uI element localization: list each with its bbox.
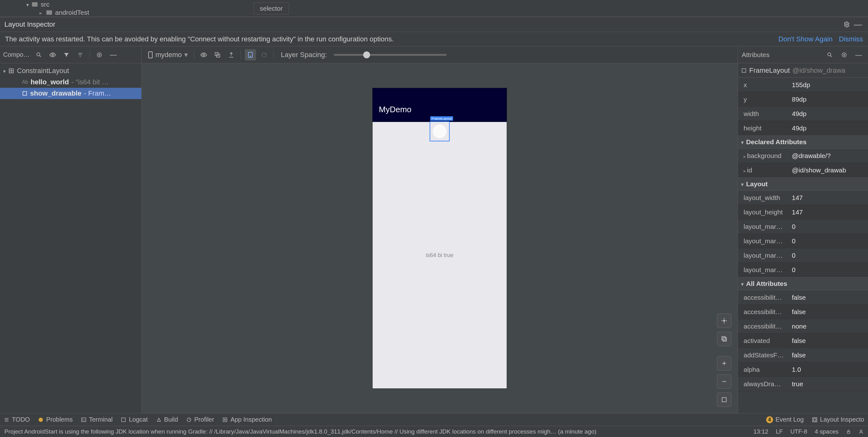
section-declared-attributes[interactable]: Declared Attributes <box>738 136 868 149</box>
tab-event-log[interactable]: 4Event Log <box>766 416 804 423</box>
attribute-row[interactable]: activatedfalse <box>738 333 868 348</box>
status-line-ending[interactable]: LF <box>776 428 783 435</box>
attr-value[interactable]: false <box>789 294 868 301</box>
attr-value[interactable]: 89dp <box>789 96 868 103</box>
attribute-row[interactable]: accessibilit…none <box>738 319 868 333</box>
attribute-row[interactable]: ▸background@drawable/? <box>738 149 868 163</box>
tab-problems[interactable]: Problems <box>38 416 72 423</box>
minimize-icon[interactable]: — <box>853 49 864 60</box>
attr-value[interactable]: 155dp <box>789 81 868 89</box>
attribute-row[interactable]: ▸id@id/show_drawab <box>738 163 868 177</box>
attr-value[interactable]: @drawable/? <box>789 152 868 159</box>
tab-layout-inspector[interactable]: Layout Inspecto <box>812 416 864 423</box>
tree-label[interactable]: androidTest <box>55 9 89 16</box>
export-icon[interactable] <box>226 49 237 60</box>
status-encoding[interactable]: UTF-8 <box>790 428 807 435</box>
layers-icon[interactable] <box>717 332 732 346</box>
section-all-attributes[interactable]: All Attributes <box>738 277 868 290</box>
search-icon[interactable] <box>824 49 835 60</box>
attribute-row[interactable]: x155dp <box>738 78 868 92</box>
component-tree[interactable]: ConstraintLayout Ab hello_world - "is64 … <box>0 63 141 413</box>
tab-app-inspection[interactable]: App Inspection <box>222 416 272 423</box>
attribute-row[interactable]: layout_height147 <box>738 205 868 220</box>
attribute-row[interactable]: layout_mar…0 <box>738 263 868 277</box>
zoom-fit-button[interactable] <box>717 392 732 407</box>
zoom-in-button[interactable]: + <box>717 356 732 371</box>
attribute-row[interactable]: layout_mar…0 <box>738 248 868 263</box>
filter-icon[interactable] <box>61 49 72 60</box>
minimize-icon[interactable]: — <box>852 19 864 30</box>
tree-row-hello-world[interactable]: Ab hello_world - "is64 bit … <box>0 77 141 88</box>
status-message: Project AndroidStart is using the follow… <box>4 428 596 435</box>
attr-value[interactable]: false <box>789 308 868 316</box>
attr-value[interactable]: false <box>789 337 868 345</box>
attribute-row[interactable]: alwaysDra…true <box>738 377 868 391</box>
attr-value[interactable]: 0 <box>789 237 868 245</box>
tree-node-label: ConstraintLayout <box>17 67 69 75</box>
attr-value[interactable]: none <box>789 323 868 330</box>
refresh-icon[interactable] <box>258 49 270 60</box>
attribute-row[interactable]: layout_width147 <box>738 191 868 205</box>
gear-icon[interactable] <box>841 19 852 30</box>
attribute-row[interactable]: layout_mar…0 <box>738 220 868 234</box>
tree-row-show-drawable[interactable]: show_drawable - Fram… <box>0 88 141 99</box>
attr-value[interactable]: 0 <box>789 266 868 274</box>
layer-spacing-slider[interactable] <box>334 54 446 56</box>
section-layout[interactable]: Layout <box>738 177 868 191</box>
svg-point-24 <box>39 417 43 422</box>
attribute-row[interactable]: height49dp <box>738 121 868 136</box>
filter2-icon[interactable] <box>74 49 86 60</box>
chevron-down-icon[interactable] <box>3 67 6 75</box>
attribute-row[interactable]: addStatesF…false <box>738 348 868 362</box>
eye-icon[interactable] <box>198 49 209 60</box>
attr-value[interactable]: 1.0 <box>789 366 868 373</box>
attribute-row[interactable]: accessibilit…false <box>738 305 868 319</box>
lock-icon[interactable] <box>846 429 851 434</box>
attr-value[interactable]: false <box>789 351 868 359</box>
section-label: Declared Attributes <box>746 138 807 146</box>
editor-tab[interactable]: selector <box>254 2 289 14</box>
dismiss-link[interactable]: Dismiss <box>839 35 863 43</box>
overlay-icon[interactable] <box>212 49 223 60</box>
device-dropdown[interactable]: mydemo ▾ <box>146 50 190 60</box>
attr-value[interactable]: 49dp <box>789 110 868 118</box>
gear-icon[interactable] <box>839 49 850 60</box>
attr-value[interactable]: 49dp <box>789 124 868 132</box>
chevron-down-icon[interactable] <box>26 1 29 8</box>
preview-canvas[interactable]: MyDemo is64 bi true + − <box>142 63 738 413</box>
svg-point-11 <box>203 54 205 56</box>
folder-icon <box>46 10 52 15</box>
pan-icon[interactable] <box>717 314 732 328</box>
attr-value[interactable]: true <box>789 380 868 388</box>
frame-icon <box>741 68 747 74</box>
attribute-row[interactable]: y89dp <box>738 92 868 107</box>
chevron-right-icon[interactable] <box>39 9 43 16</box>
person-icon[interactable] <box>859 429 864 434</box>
live-updates-icon[interactable] <box>245 49 256 60</box>
zoom-out-button[interactable]: − <box>717 374 732 389</box>
attribute-row[interactable]: alpha1.0 <box>738 362 868 377</box>
tree-label[interactable]: src <box>41 1 50 8</box>
attr-value[interactable]: 147 <box>789 208 868 216</box>
attribute-row[interactable]: layout_mar…0 <box>738 234 868 248</box>
tab-todo[interactable]: TODO <box>4 416 30 423</box>
tree-row-constraintlayout[interactable]: ConstraintLayout <box>0 65 141 77</box>
attr-value[interactable]: @id/show_drawab <box>789 167 868 174</box>
gear-icon[interactable] <box>94 49 105 60</box>
minimize-icon[interactable]: — <box>107 49 119 60</box>
slider-thumb[interactable] <box>363 51 370 58</box>
eye-icon[interactable] <box>47 49 58 60</box>
attr-value[interactable]: 0 <box>789 252 868 259</box>
status-indent[interactable]: 4 spaces <box>815 428 839 435</box>
tab-logcat[interactable]: Logcat <box>121 416 148 423</box>
tab-build[interactable]: Build <box>156 416 178 423</box>
selected-view-overlay[interactable] <box>430 121 450 141</box>
attribute-row[interactable]: width49dp <box>738 107 868 121</box>
tab-profiler[interactable]: Profiler <box>186 416 214 423</box>
attr-value[interactable]: 0 <box>789 223 868 230</box>
dont-show-again-link[interactable]: Don't Show Again <box>778 35 833 43</box>
search-icon[interactable] <box>33 49 44 60</box>
tab-terminal[interactable]: Terminal <box>81 416 113 423</box>
attr-value[interactable]: 147 <box>789 194 868 202</box>
attribute-row[interactable]: accessibilit…false <box>738 290 868 305</box>
